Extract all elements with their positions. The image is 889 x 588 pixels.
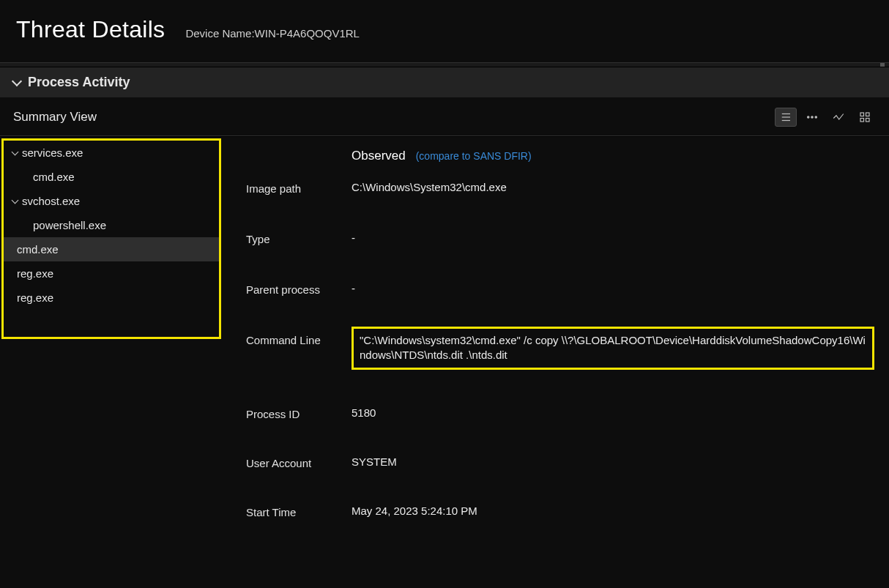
process-tree-item-selected[interactable]: cmd.exe — [4, 237, 219, 261]
device-name-value: WIN-P4A6QOQV1RL — [255, 27, 360, 40]
process-tree: services.exe cmd.exe svchost.exe powersh… — [4, 141, 219, 310]
toolbar-actions — [775, 108, 876, 127]
process-activity-section-header[interactable]: Process Activity — [0, 67, 889, 97]
list-icon — [779, 111, 792, 124]
summary-toolbar: Summary View — [0, 97, 889, 136]
image-path-label: Image path — [246, 181, 351, 195]
user-account-label: User Account — [246, 455, 351, 469]
command-line-label: Command Line — [246, 332, 351, 346]
process-id-label: Process ID — [246, 406, 351, 420]
page-title: Threat Details — [16, 16, 165, 43]
parent-process-label: Parent process — [246, 282, 351, 296]
graph-view-button[interactable] — [827, 108, 849, 127]
process-name: cmd.exe — [17, 243, 59, 256]
image-path-value: C:\Windows\System32\cmd.exe — [351, 181, 877, 193]
process-tree-item[interactable]: services.exe — [4, 141, 219, 165]
device-name-key: Device Name: — [185, 27, 254, 40]
activity-icon — [832, 111, 845, 124]
svg-point-5 — [815, 116, 817, 118]
chevron-down-icon — [12, 196, 19, 204]
parent-process-value: - — [351, 282, 877, 294]
start-time-value: May 24, 2023 5:24:10 PM — [351, 505, 877, 517]
process-tree-item[interactable]: cmd.exe — [4, 165, 219, 189]
process-name: cmd.exe — [33, 171, 75, 183]
process-tree-item[interactable]: powershell.exe — [4, 213, 219, 237]
process-name: services.exe — [22, 146, 83, 159]
grid-view-button[interactable] — [854, 108, 876, 127]
grid-icon — [858, 111, 871, 124]
svg-rect-7 — [866, 113, 870, 116]
ellipsis-icon — [806, 111, 819, 124]
start-time-label: Start Time — [246, 505, 351, 518]
svg-rect-8 — [860, 119, 864, 122]
section-title: Process Activity — [28, 75, 130, 90]
process-name: reg.exe — [17, 291, 53, 304]
process-name: svchost.exe — [22, 195, 80, 207]
process-name: powershell.exe — [33, 219, 106, 231]
type-value: - — [351, 231, 877, 244]
header-divider-strip — [0, 63, 889, 67]
type-label: Type — [246, 231, 351, 245]
more-actions-button[interactable] — [801, 108, 823, 127]
process-details-panel: Observed (compare to SANS DFIR) Image pa… — [221, 137, 889, 572]
list-view-button[interactable] — [775, 108, 797, 127]
svg-rect-6 — [860, 113, 864, 116]
process-tree-item[interactable]: svchost.exe — [4, 189, 219, 213]
device-name-label: Device Name:WIN-P4A6QOQV1RL — [185, 27, 360, 40]
process-tree-highlight-box: services.exe cmd.exe svchost.exe powersh… — [1, 138, 221, 339]
svg-point-4 — [811, 116, 813, 118]
chevron-down-icon — [12, 75, 22, 86]
svg-point-3 — [808, 116, 809, 118]
user-account-value: SYSTEM — [351, 455, 877, 468]
observed-label: Observed — [351, 149, 406, 163]
process-tree-item[interactable]: reg.exe — [4, 261, 219, 286]
compare-sans-dfir-link[interactable]: (compare to SANS DFIR) — [416, 150, 532, 162]
chevron-down-icon — [12, 148, 19, 155]
summary-view-title: Summary View — [13, 110, 97, 124]
process-id-value: 5180 — [351, 406, 877, 419]
svg-rect-9 — [866, 119, 870, 122]
command-line-value: "C:\Windows\system32\cmd.exe" /c copy \\… — [351, 327, 874, 370]
process-name: reg.exe — [17, 267, 53, 280]
process-tree-item[interactable]: reg.exe — [4, 286, 219, 310]
page-header: Threat Details Device Name:WIN-P4A6QOQV1… — [0, 0, 889, 63]
